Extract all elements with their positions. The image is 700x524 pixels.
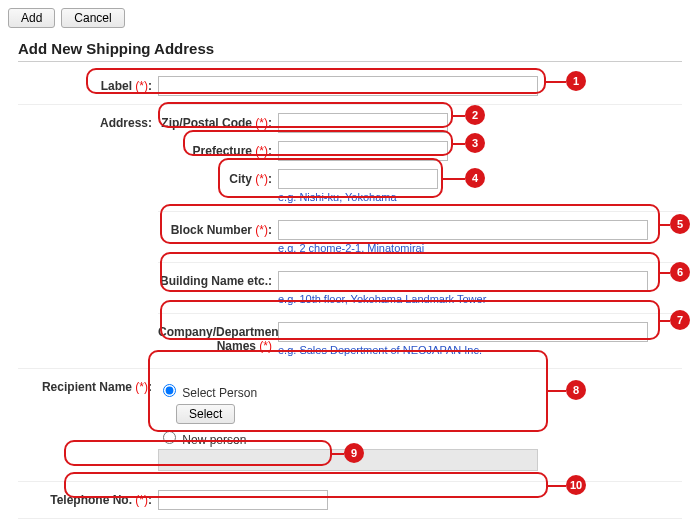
form-area: Label (*): Address: Zip/Postal Code (*):… bbox=[8, 72, 692, 524]
radio-new-person-label: New person bbox=[158, 428, 682, 447]
hint-building: e.g. 10th floor, Yokohama Landmark Tower bbox=[278, 293, 682, 305]
telephone-input[interactable] bbox=[158, 490, 328, 510]
label-zip: Zip/Postal Code (*): bbox=[158, 113, 278, 130]
hint-block: e.g. 2 chome-2-1, Minatomirai bbox=[278, 242, 682, 254]
add-button-top[interactable]: Add bbox=[8, 8, 55, 28]
top-toolbar: Add Cancel bbox=[8, 8, 692, 34]
title-separator bbox=[18, 61, 682, 62]
hint-company: e.g. Sales Depertment of NEOJAPAN Inc. bbox=[278, 344, 682, 356]
row-telephone: Telephone No. (*): bbox=[18, 481, 682, 514]
label-company: Company/Department: Names (*) bbox=[158, 322, 278, 353]
prefecture-input[interactable] bbox=[278, 141, 448, 161]
label-prefecture: Prefecture (*): bbox=[158, 141, 278, 158]
radio-new-person[interactable] bbox=[163, 431, 176, 444]
page-title: Add New Shipping Address bbox=[18, 40, 692, 57]
new-person-display bbox=[158, 449, 538, 471]
row-address: Address: Zip/Postal Code (*): Prefecture… bbox=[18, 104, 682, 364]
label-city: City (*): bbox=[158, 169, 278, 186]
zip-input[interactable] bbox=[278, 113, 448, 133]
label-telephone: Telephone No. (*): bbox=[18, 490, 158, 507]
block-input[interactable] bbox=[278, 220, 648, 240]
label-block: Block Number (*): bbox=[158, 220, 278, 237]
radio-select-person-label: Select Person bbox=[158, 381, 682, 400]
cancel-button-top[interactable]: Cancel bbox=[61, 8, 124, 28]
hint-city: e.g. Nishi-ku, Yokohama bbox=[278, 191, 438, 203]
row-label: Label (*): bbox=[18, 72, 682, 100]
company-input[interactable] bbox=[278, 322, 648, 342]
city-input[interactable] bbox=[278, 169, 438, 189]
row-email: Email Address (*): bbox=[18, 518, 682, 524]
label-building: Building Name etc.: bbox=[158, 271, 278, 288]
label-input[interactable] bbox=[158, 76, 538, 96]
row-recipient: Recipient Name (*): Select Person Select… bbox=[18, 368, 682, 477]
radio-select-person[interactable] bbox=[163, 384, 176, 397]
label-address: Address: bbox=[18, 113, 158, 130]
select-person-button[interactable]: Select bbox=[176, 404, 235, 424]
label-recipient: Recipient Name (*): bbox=[18, 377, 158, 394]
label-label: Label (*): bbox=[18, 76, 158, 93]
building-input[interactable] bbox=[278, 271, 648, 291]
